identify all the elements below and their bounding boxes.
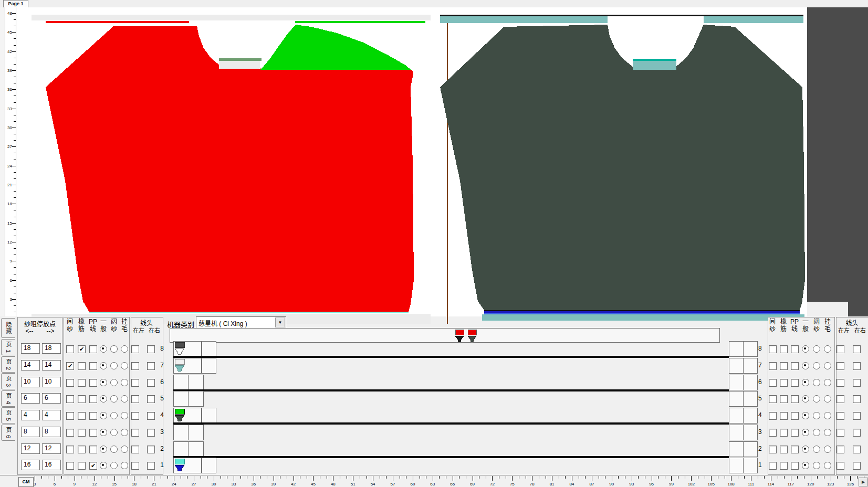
yarn-radio-left-5-0[interactable]: [100, 395, 107, 403]
thread-check-right-2-1[interactable]: [853, 446, 861, 453]
yarn-check-left-7-1[interactable]: [78, 362, 86, 370]
yarn-radio-right-1-2[interactable]: [824, 462, 831, 469]
yarn-radio-left-6-2[interactable]: [121, 379, 128, 386]
yarn-radio-left-3-2[interactable]: [121, 429, 128, 436]
thread-check-left-1-0[interactable]: [131, 462, 139, 470]
yarn-check-left-4-1[interactable]: [78, 412, 86, 420]
yarn-radio-right-6-2[interactable]: [824, 379, 831, 386]
yarn-check-right-3-1[interactable]: [780, 429, 788, 437]
grid-cell-b-1[interactable]: [202, 458, 216, 473]
thread-check-right-4-1[interactable]: [853, 412, 861, 420]
yarn-check-left-8-2[interactable]: [89, 345, 97, 353]
stop-point-input-left-2[interactable]: 12: [21, 443, 40, 454]
grid-end-cell-a-6[interactable]: [729, 375, 744, 390]
grid-end-cell-b-5[interactable]: [743, 391, 758, 407]
tab-page-6[interactable]: 页 6: [1, 425, 15, 441]
yarn-check-right-2-0[interactable]: [769, 446, 777, 453]
stop-point-input-left-8[interactable]: 18: [21, 343, 40, 354]
yarn-radio-left-1-1[interactable]: [110, 462, 118, 469]
yarn-check-left-6-1[interactable]: [78, 379, 86, 387]
thread-check-left-7-1[interactable]: [147, 362, 155, 370]
grid-end-cell-a-3[interactable]: [729, 425, 744, 440]
thread-check-left-3-0[interactable]: [131, 429, 139, 437]
yarn-check-right-1-2[interactable]: [791, 462, 799, 470]
yarn-radio-right-8-0[interactable]: [802, 345, 809, 353]
stop-point-input-right-5[interactable]: 6: [42, 393, 61, 404]
tab-page-1[interactable]: Page 1: [3, 0, 28, 7]
yarn-radio-right-1-0[interactable]: [802, 462, 809, 469]
thread-check-left-8-1[interactable]: [147, 345, 155, 353]
thread-check-left-6-0[interactable]: [131, 379, 139, 387]
yarn-radio-left-5-2[interactable]: [121, 395, 128, 403]
carrier-home-strip[interactable]: [170, 328, 720, 343]
grid-end-cell-b-8[interactable]: [743, 341, 758, 357]
yarn-radio-right-5-1[interactable]: [813, 395, 820, 403]
stop-point-input-left-7[interactable]: 14: [21, 360, 40, 370]
thread-check-right-2-0[interactable]: [836, 446, 844, 453]
yarn-check-left-6-0[interactable]: [66, 379, 74, 387]
yarn-check-left-2-0[interactable]: [66, 446, 74, 453]
grid-cell-b-6[interactable]: [188, 375, 204, 390]
yarn-check-right-6-2[interactable]: [791, 379, 799, 387]
yarn-radio-right-6-0[interactable]: [802, 379, 809, 386]
grid-end-cell-b-6[interactable]: [743, 375, 758, 390]
grid-cell-b-5[interactable]: [188, 391, 204, 407]
thread-check-right-5-0[interactable]: [836, 395, 844, 403]
yarn-radio-right-8-2[interactable]: [824, 345, 831, 353]
grid-end-cell-a-4[interactable]: [729, 408, 744, 424]
thread-check-left-7-0[interactable]: [131, 362, 139, 370]
yarn-radio-right-2-2[interactable]: [824, 446, 831, 453]
thread-check-right-4-0[interactable]: [836, 412, 844, 420]
yarn-check-left-8-0[interactable]: [66, 345, 74, 353]
thread-check-left-1-1[interactable]: [147, 462, 155, 470]
grid-cell-b-8[interactable]: [202, 341, 216, 357]
yarn-radio-right-3-0[interactable]: [802, 429, 809, 436]
yarn-check-left-3-0[interactable]: [66, 429, 74, 437]
yarn-check-left-6-2[interactable]: [89, 379, 97, 387]
grid-cell-b-2[interactable]: [188, 441, 204, 457]
grid-end-cell-a-2[interactable]: [729, 441, 744, 457]
yarn-radio-left-2-1[interactable]: [110, 446, 118, 453]
yarn-radio-right-2-0[interactable]: [802, 446, 809, 453]
thread-check-right-1-0[interactable]: [836, 462, 844, 470]
yarn-radio-right-6-1[interactable]: [813, 379, 820, 386]
yarn-check-right-8-0[interactable]: [769, 345, 777, 353]
thread-check-left-3-1[interactable]: [147, 429, 155, 437]
stop-point-input-right-6[interactable]: 10: [42, 377, 61, 387]
yarn-radio-left-8-0[interactable]: [100, 345, 107, 353]
grid-end-cell-b-7[interactable]: [743, 358, 758, 374]
grid-end-cell-a-7[interactable]: [729, 358, 744, 374]
thread-check-right-6-1[interactable]: [853, 379, 861, 387]
yarn-radio-left-7-0[interactable]: [100, 362, 107, 369]
yarn-radio-right-4-0[interactable]: [802, 412, 809, 419]
chevron-down-icon[interactable]: ▼: [275, 317, 285, 327]
thread-check-right-8-1[interactable]: [853, 345, 861, 353]
yarn-check-right-3-0[interactable]: [769, 429, 777, 437]
yarn-check-right-5-1[interactable]: [780, 395, 788, 403]
grid-cell-a-6[interactable]: [173, 375, 189, 390]
yarn-radio-right-7-2[interactable]: [824, 362, 831, 369]
thread-check-left-4-1[interactable]: [147, 412, 155, 420]
yarn-check-left-8-1[interactable]: ✔: [78, 345, 86, 353]
tab-page-1[interactable]: 页 1: [1, 339, 15, 355]
yarn-check-right-4-0[interactable]: [769, 412, 777, 420]
tab-page-3[interactable]: 页 3: [1, 373, 15, 389]
yarn-radio-left-6-1[interactable]: [110, 379, 118, 386]
yarn-check-right-4-1[interactable]: [780, 412, 788, 420]
yarn-check-left-1-0[interactable]: [66, 462, 74, 470]
yarn-radio-right-7-0[interactable]: [802, 362, 809, 369]
yarn-radio-right-7-1[interactable]: [813, 362, 820, 369]
yarn-check-right-3-2[interactable]: [791, 429, 799, 437]
yarn-check-left-2-1[interactable]: [78, 446, 86, 453]
stop-point-input-right-1[interactable]: 16: [42, 460, 61, 470]
yarn-check-right-8-2[interactable]: [791, 345, 799, 353]
tab-page-4[interactable]: 页 4: [1, 390, 15, 407]
yarn-radio-left-7-2[interactable]: [121, 362, 128, 369]
yarn-radio-right-2-1[interactable]: [813, 446, 820, 453]
thread-check-right-7-1[interactable]: [853, 362, 861, 370]
tab-page-2[interactable]: 页 2: [1, 356, 15, 373]
thread-check-right-3-0[interactable]: [836, 429, 844, 437]
grid-cell-a-5[interactable]: [173, 391, 189, 407]
yarn-check-left-3-2[interactable]: [89, 429, 97, 437]
yarn-radio-left-1-2[interactable]: [121, 462, 128, 469]
